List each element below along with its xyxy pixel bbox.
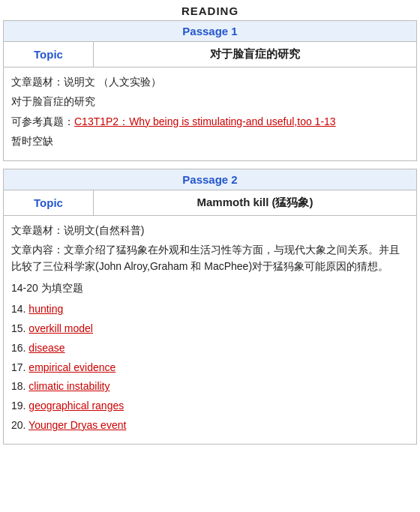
item-num-3: 17.: [11, 361, 28, 373]
list-item: 16. disease: [11, 340, 409, 358]
passage-1-header: Passage 1: [4, 21, 416, 42]
passage-1-topic-row: Topic 对于脸盲症的研究: [4, 42, 416, 67]
item-num-4: 18.: [11, 380, 28, 392]
item-num-5: 19.: [11, 400, 28, 412]
item-link-3[interactable]: empirical evidence: [28, 361, 116, 373]
list-item: 19. geographical ranges: [11, 397, 409, 415]
passage-1-reference: 可参考真题：C13T1P2：Why being is stimulating-a…: [11, 113, 409, 130]
item-link-4[interactable]: climatic instability: [28, 380, 110, 392]
list-item: 14. hunting: [11, 301, 409, 319]
passage-2-topic-row: Topic Mammoth kill (猛犸象): [4, 190, 416, 216]
item-link-6[interactable]: Younger Dryas event: [28, 419, 126, 431]
item-num-6: 20.: [11, 419, 28, 431]
item-link-5[interactable]: geographical ranges: [28, 400, 124, 412]
item-num-1: 15.: [11, 322, 28, 334]
passage-2-header: Passage 2: [4, 169, 416, 190]
passage-1-topic-label: Topic: [4, 42, 94, 67]
passage-2-block: Passage 2 Topic Mammoth kill (猛犸象) 文章题材：…: [3, 169, 417, 445]
passage-1-body: 文章题材：说明文 （人文实验） 对于脸盲症的研究 可参考真题：C13T1P2：W…: [4, 67, 416, 160]
list-item: 15. overkill model: [11, 320, 409, 338]
list-item: 17. empirical evidence: [11, 359, 409, 377]
passage-2-topic-label: Topic: [4, 190, 94, 215]
item-num-2: 16.: [11, 342, 28, 354]
page-title: READING: [0, 0, 420, 20]
item-num-0: 14.: [11, 303, 28, 315]
passage-1-topic-value: 对于脸盲症的研究: [94, 42, 416, 67]
list-item: 18. climatic instability: [11, 378, 409, 396]
passage-1-line-1: 文章题材：说明文 （人文实验）: [11, 73, 409, 90]
passage-2-body: 文章题材：说明文(自然科普) 文章内容：文章介绍了猛犸象在外观和生活习性等方面，…: [4, 216, 416, 444]
passage-1-line-2: 对于脸盲症的研究: [11, 93, 409, 109]
list-item: 20. Younger Dryas event: [11, 417, 409, 435]
item-link-0[interactable]: hunting: [28, 303, 63, 315]
passage-2-link-list: 14. hunting15. overkill model16. disease…: [11, 301, 409, 435]
passage-2-topic-value: Mammoth kill (猛犸象): [94, 190, 416, 215]
passage-2-line-2: 文章内容：文章介绍了猛犸象在外观和生活习性等方面，与现代大象之间关系。并且比较了…: [11, 241, 409, 275]
item-link-1[interactable]: overkill model: [28, 322, 93, 334]
passage-2-line-1: 文章题材：说明文(自然科普): [11, 222, 409, 238]
passage-2-line-3: 14-20 为填空题: [11, 280, 409, 296]
passage-1-ref-link[interactable]: C13T1P2：Why being is stimulating-and use…: [74, 115, 336, 127]
passage-1-ref-prefix: 可参考真题：: [11, 115, 74, 127]
passage-1-status: 暂时空缺: [11, 133, 409, 149]
item-link-2[interactable]: disease: [28, 342, 64, 354]
passage-1-block: Passage 1 Topic 对于脸盲症的研究 文章题材：说明文 （人文实验）…: [3, 20, 417, 161]
